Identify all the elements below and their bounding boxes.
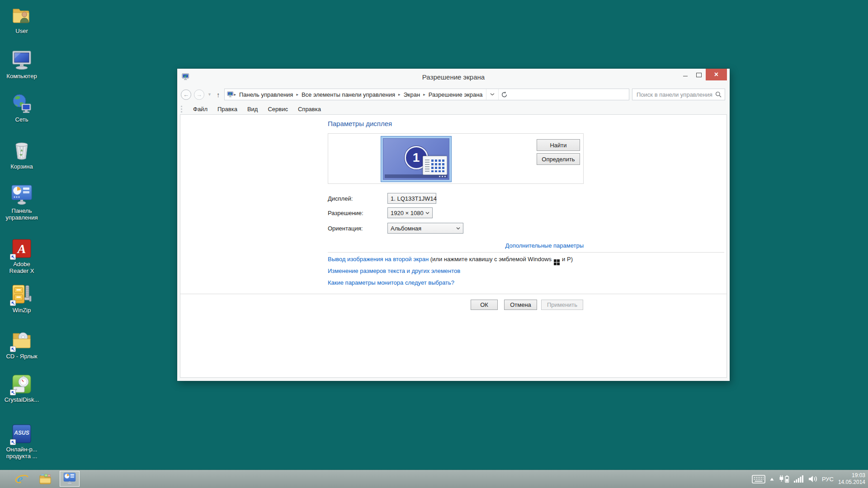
maximize-button[interactable] <box>692 69 706 80</box>
window-title: Разрешение экрана <box>177 73 730 81</box>
breadcrumb: ▸ Панель управления ▸ Все элементы панел… <box>224 89 629 100</box>
text-size-link[interactable]: Изменение размеров текста и других элеме… <box>328 267 460 274</box>
volume-button[interactable] <box>808 475 817 483</box>
control-panel-icon <box>11 184 33 206</box>
touch-keyboard-button[interactable] <box>752 475 765 483</box>
chevron-down-icon <box>425 212 429 214</box>
resolution-select[interactable]: 868 × 488 <box>387 207 433 218</box>
address-bar: ← → ▼ ↑ ▸ Панель управления ▸ Все элемен… <box>177 86 730 103</box>
recycle-bin-icon <box>11 140 33 162</box>
chevron-down-icon <box>490 93 495 96</box>
orientation-select[interactable]: Альбомная <box>387 223 463 234</box>
control-panel-overlay-icon <box>423 156 447 175</box>
close-button[interactable]: × <box>706 69 727 80</box>
search-icon[interactable] <box>715 91 722 98</box>
refresh-icon <box>501 91 508 98</box>
file-explorer-icon <box>39 474 52 484</box>
orientation-select-value: Альбомная <box>391 225 456 232</box>
address-dropdown-button[interactable] <box>486 89 498 100</box>
desktop-icon-crystaldisk[interactable]: CrystalDisk... <box>0 373 43 403</box>
monitor-help-link[interactable]: Какие параметры монитора следует выбрать… <box>328 279 454 286</box>
taskbar-control-panel-button[interactable] <box>60 471 80 487</box>
cancel-button[interactable]: Отмена <box>504 300 537 310</box>
desktop-icon-label: Компьютер <box>6 73 37 80</box>
desktop-icon-network[interactable]: Сеть <box>0 93 43 123</box>
show-hidden-icons-button[interactable] <box>770 478 774 481</box>
language-indicator[interactable]: РУС <box>822 476 834 483</box>
menu-file[interactable]: Файл <box>193 106 208 113</box>
ok-button[interactable]: ОК <box>471 300 498 310</box>
search-box <box>632 89 725 100</box>
clock-date: 14.05.2014 <box>838 479 865 485</box>
menu-edit[interactable]: Правка <box>217 106 237 113</box>
network-globe-icon <box>11 93 33 115</box>
find-button[interactable]: Найти <box>537 139 580 151</box>
display-label: Дисплей: <box>328 195 353 202</box>
screen-resolution-window: Разрешение экрана × ← → ▼ ↑ <box>177 69 730 381</box>
svg-text:A: A <box>17 242 26 256</box>
page-title: Параметры дисплея <box>328 120 392 127</box>
power-status-button[interactable] <box>778 475 789 483</box>
back-button[interactable]: ← <box>181 89 191 100</box>
recent-pages-chevron-icon[interactable]: ▼ <box>208 92 212 97</box>
desktop-icon-label: WinZip <box>13 307 31 314</box>
desktop-icon-asus-online[interactable]: ASUS Онлайн-р... продукта ... <box>0 423 43 460</box>
taskbar: e <box>0 469 868 488</box>
desktop-icon-adobe-reader[interactable]: A Adobe Reader X <box>0 238 43 274</box>
breadcrumb-item[interactable]: Разрешение экрана <box>425 91 486 98</box>
breadcrumb-item[interactable]: Все элементы панели управления <box>298 91 398 98</box>
desktop-icon-winzip[interactable]: WinZip <box>0 284 43 314</box>
taskbar-ie-button[interactable]: e <box>13 470 31 488</box>
menu-view[interactable]: Вид <box>247 106 258 113</box>
toolbar-grip <box>181 106 182 113</box>
up-button[interactable]: ↑ <box>217 91 220 99</box>
project-second-screen-link[interactable]: Вывод изображения на второй экран <box>328 256 429 263</box>
user-folder-icon <box>11 5 33 26</box>
search-input[interactable] <box>636 91 715 99</box>
project-note-before: (или нажмите клавишу с эмблемой Windows <box>430 256 552 263</box>
divider <box>328 252 724 253</box>
signal-bars-icon <box>794 475 804 483</box>
window-controls: × <box>679 69 727 80</box>
menu-bar: Файл Правка Вид Сервис Справка <box>177 103 730 115</box>
desktop-icon-label: Сеть <box>15 116 28 123</box>
desktop-icon-label: User <box>15 28 28 34</box>
clock[interactable]: 19:03 14.05.2014 <box>838 472 865 486</box>
chevron-up-icon <box>770 478 774 481</box>
desktop-icon-label: Онлайн-р... продукта ... <box>1 446 42 460</box>
breadcrumb-item[interactable]: Экран <box>401 91 424 98</box>
network-status-button[interactable] <box>794 475 804 483</box>
desktop-icon-cd-shortcut[interactable]: CD - Ярлык <box>0 330 43 360</box>
control-panel-icon <box>63 473 76 485</box>
resolution-label: Разрешение: <box>328 210 363 216</box>
breadcrumb-item[interactable]: Панель управления <box>236 91 296 98</box>
taskbar-explorer-button[interactable] <box>37 470 53 488</box>
svg-text:e: e <box>17 472 23 486</box>
project-note-after: и P) <box>562 256 573 263</box>
apply-button[interactable]: Применить <box>541 300 583 310</box>
display-select[interactable]: 1. LQ133T1JW14 <box>387 193 436 204</box>
menu-help[interactable]: Справка <box>298 106 321 113</box>
desktop-icon-label: Adobe Reader X <box>5 261 38 274</box>
desktop-icon-user[interactable]: User <box>0 5 43 34</box>
desktop: User Компьютер <box>0 0 868 488</box>
monitor-taskbar-strip <box>385 174 448 178</box>
forward-button[interactable]: → <box>194 89 204 100</box>
resolution-select-value: 868 × 488 <box>391 210 425 216</box>
desktop-icon-computer[interactable]: Компьютер <box>0 50 43 80</box>
identify-button[interactable]: Определить <box>537 153 580 165</box>
desktop-icon-recycle-bin[interactable]: Корзина <box>0 140 43 170</box>
keyboard-icon <box>752 475 765 483</box>
computer-icon <box>11 50 33 71</box>
power-plug-icon <box>778 475 789 483</box>
monitor-preview[interactable]: 1 <box>381 136 452 182</box>
orientation-label: Ориентация: <box>328 225 363 232</box>
desktop-icon-control-panel[interactable]: Панель управления <box>0 184 43 221</box>
internet-explorer-icon: e <box>15 472 28 486</box>
refresh-button[interactable] <box>498 89 510 100</box>
minimize-button[interactable] <box>679 69 692 80</box>
clock-time: 19:03 <box>852 472 865 479</box>
menu-tools[interactable]: Сервис <box>268 106 288 113</box>
advanced-settings-link[interactable]: Дополнительные параметры <box>505 242 584 249</box>
title-bar: Разрешение экрана × <box>177 69 730 86</box>
